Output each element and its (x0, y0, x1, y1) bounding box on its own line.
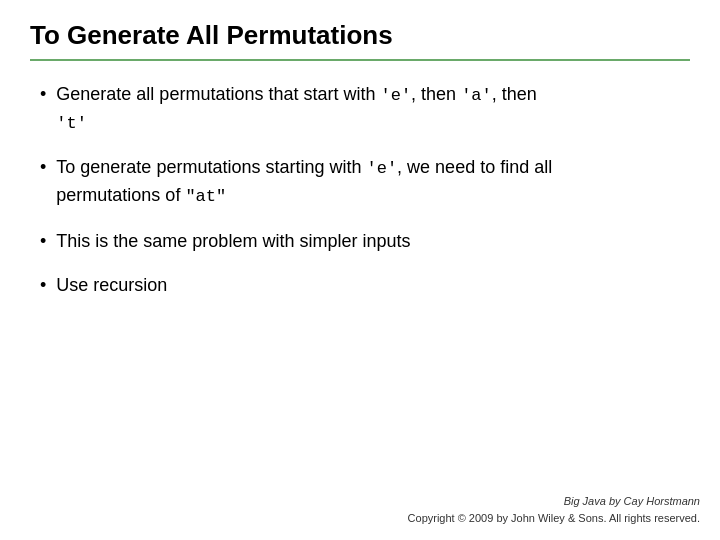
bullet-dot-2: • (40, 155, 46, 180)
code-e1: 'e' (380, 86, 411, 105)
bullet-dot-4: • (40, 273, 46, 298)
code-t1: 't' (56, 114, 87, 133)
title-section: To Generate All Permutations (30, 20, 690, 61)
footer-line2: Copyright © 2009 by John Wiley & Sons. A… (408, 510, 700, 527)
footer: Big Java by Cay Horstmann Copyright © 20… (408, 493, 700, 526)
bullet-item-3: • This is the same problem with simpler … (40, 228, 690, 254)
bullet-dot-3: • (40, 229, 46, 254)
content-section: • Generate all permutations that start w… (30, 81, 690, 520)
code-a1: 'a' (461, 86, 492, 105)
bullet-text-1: Generate all permutations that start wit… (56, 81, 536, 136)
code-at: "at" (185, 187, 226, 206)
bullet-text-4: Use recursion (56, 272, 167, 298)
code-e2: 'e' (366, 159, 397, 178)
slide-container: To Generate All Permutations • Generate … (0, 0, 720, 540)
bullet-item-1: • Generate all permutations that start w… (40, 81, 690, 136)
bullet-text-3: This is the same problem with simpler in… (56, 228, 410, 254)
bullet-item-4: • Use recursion (40, 272, 690, 298)
bullet-text-2: To generate permutations starting with '… (56, 154, 552, 209)
slide-title: To Generate All Permutations (30, 20, 690, 51)
bullet-dot-1: • (40, 82, 46, 107)
bullet-item-2: • To generate permutations starting with… (40, 154, 690, 209)
footer-line1: Big Java by Cay Horstmann (408, 493, 700, 510)
